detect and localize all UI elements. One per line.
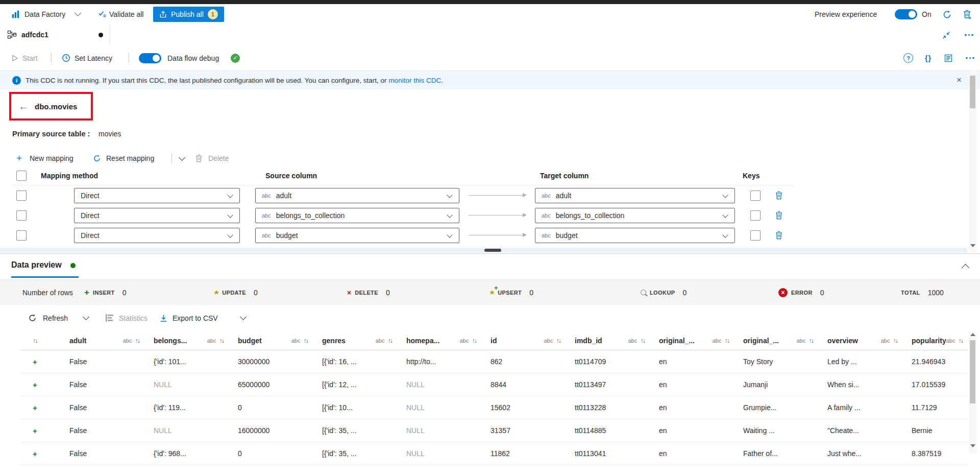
column-header[interactable]: belongs... abc ↑↓	[145, 331, 230, 350]
row-select-checkbox[interactable]	[16, 230, 27, 241]
preview-scrollbar-up-icon[interactable]	[970, 333, 975, 336]
keys-checkbox[interactable]	[750, 191, 761, 201]
reset-mapping-button[interactable]: Reset mapping	[106, 151, 154, 166]
source-column-select[interactable]: abcbelongs_to_collection	[255, 208, 459, 223]
table-cell: False	[61, 380, 145, 389]
mapping-method-select[interactable]: Direct	[74, 208, 240, 223]
code-view-icon[interactable]: {}	[925, 45, 932, 70]
sort-icon[interactable]: ↑↓	[219, 337, 224, 344]
preview-scrollbar-down-icon[interactable]	[970, 444, 975, 447]
set-latency-button[interactable]: Set Latency	[75, 45, 112, 70]
target-column-select[interactable]: abcbelongs_to_collection	[535, 208, 735, 223]
export-csv-button[interactable]: Export to CSV	[173, 305, 218, 331]
delete-mapping-button[interactable]: Delete	[208, 151, 229, 166]
column-header[interactable]: original_... abc ↑↓	[735, 331, 819, 350]
column-header[interactable]: genres abc ↑↓	[314, 331, 398, 350]
column-header[interactable]: popularity abc ↑↓	[903, 331, 968, 350]
column-type-label: abc	[544, 338, 553, 344]
sort-icon[interactable]: ↑↓	[388, 337, 393, 344]
sort-icon[interactable]: ↑↓	[893, 337, 898, 344]
command-bar: Data Factory Validate all Publish all 1 …	[0, 4, 980, 25]
help-icon[interactable]: ?	[903, 45, 913, 70]
upper-scrollbar-thumb[interactable]	[970, 76, 975, 108]
column-header[interactable]: imdb_id abc ↑↓	[567, 331, 651, 350]
monitor-cdc-link[interactable]: monitor this CDC	[388, 77, 441, 84]
expand-row-icon[interactable]: +	[20, 380, 61, 389]
refresh-options-chevron-icon[interactable]	[84, 304, 88, 330]
collapse-pane-icon[interactable]	[942, 25, 950, 45]
expand-row-icon[interactable]: +	[20, 426, 61, 435]
horizontal-scrollbar-thumb[interactable]	[484, 249, 501, 252]
preview-scrollbar-thumb[interactable]	[970, 340, 975, 403]
delete-row-icon[interactable]	[775, 191, 783, 200]
discard-all-icon[interactable]	[963, 4, 971, 25]
sort-icon[interactable]: ↑↓	[472, 337, 477, 344]
sort-icon[interactable]: ↑↓	[556, 337, 561, 344]
export-csv-icon	[160, 305, 167, 331]
mapping-arrow-icon	[469, 235, 526, 235]
primary-source-value: movies	[99, 130, 121, 138]
column-header[interactable]: budget abc ↑↓	[230, 331, 314, 350]
refresh-icon[interactable]	[942, 4, 952, 25]
tab-more-options-icon[interactable]	[965, 25, 973, 45]
upper-scrollbar-down-icon[interactable]	[970, 244, 975, 247]
validate-all-button[interactable]: Validate all	[109, 4, 143, 25]
column-type-label: abc	[291, 338, 301, 344]
delete-row-icon[interactable]	[775, 211, 783, 220]
collapse-preview-chevron-icon[interactable]	[962, 264, 970, 272]
refresh-preview-button[interactable]: Refresh	[43, 305, 68, 331]
column-header[interactable]: homepa... abc ↑↓	[398, 331, 482, 350]
properties-icon[interactable]	[944, 45, 952, 70]
column-header[interactable]: overview abc ↑↓	[819, 331, 903, 350]
data-factory-logo-icon	[11, 4, 20, 25]
sort-icon[interactable]: ↑↓	[304, 337, 308, 344]
statistics-button[interactable]: Statistics	[119, 305, 148, 331]
expander-column-header[interactable]: ↑↓	[20, 331, 61, 350]
banner-close-icon[interactable]: ×	[957, 75, 962, 85]
table-cell: {'id': 101...	[145, 358, 230, 366]
source-column-select[interactable]: abcadult	[255, 188, 459, 203]
sort-icon[interactable]: ↑↓	[135, 337, 140, 344]
table-cell: [{'id': 35, ...	[314, 449, 398, 458]
back-arrow-icon[interactable]: ←	[18, 101, 29, 112]
new-mapping-button[interactable]: New mapping	[30, 151, 74, 166]
expand-row-icon[interactable]: +	[20, 403, 61, 412]
export-options-chevron-icon[interactable]	[241, 304, 246, 330]
target-column-select[interactable]: abcadult	[535, 188, 735, 203]
preview-table: ↑↓ adult abc ↑↓ belongs... abc ↑↓ budget…	[20, 331, 968, 465]
expand-row-icon[interactable]: +	[20, 449, 61, 458]
source-column-select[interactable]: abcbudget	[255, 228, 459, 243]
publish-all-button[interactable]: Publish all 1	[153, 7, 224, 22]
sort-icon[interactable]: ↑↓	[641, 337, 645, 344]
column-header[interactable]: adult abc ↑↓	[61, 331, 145, 350]
delete-row-icon[interactable]	[775, 231, 783, 240]
column-type-label: abc	[881, 338, 890, 344]
sort-icon[interactable]: ↑↓	[33, 337, 37, 344]
mapping-method-select[interactable]: Direct	[74, 188, 240, 203]
sort-icon[interactable]: ↑↓	[958, 337, 963, 344]
column-header[interactable]: original_... abc ↑↓	[651, 331, 735, 350]
column-header[interactable]: id abc ↑↓	[482, 331, 567, 350]
expand-row-icon[interactable]: +	[20, 358, 61, 366]
select-all-checkbox[interactable]	[16, 171, 27, 181]
row-select-checkbox[interactable]	[16, 191, 27, 201]
target-column-select[interactable]: abcbudget	[535, 228, 735, 243]
keys-checkbox[interactable]	[750, 230, 761, 241]
preview-experience-toggle[interactable]	[895, 4, 917, 25]
table-cell: en	[651, 403, 735, 412]
row-select-checkbox[interactable]	[16, 210, 27, 221]
sort-icon[interactable]: ↑↓	[725, 337, 729, 344]
app-switcher-chevron-icon[interactable]	[76, 3, 80, 23]
start-button[interactable]: Start	[22, 45, 38, 70]
keys-checkbox[interactable]	[750, 210, 761, 221]
table-row: + FalseNULL65000000[{'id': 12, ...NULL88…	[20, 373, 968, 396]
sort-icon[interactable]: ↑↓	[809, 337, 814, 344]
data-preview-tab[interactable]: Data preview	[11, 260, 62, 270]
tab-adfcdc1[interactable]: adfcdc1	[0, 25, 110, 45]
mapping-actions-chevron-icon[interactable]	[180, 150, 184, 165]
data-flow-debug-toggle[interactable]	[139, 45, 161, 70]
toolbar-more-options-icon[interactable]	[966, 45, 974, 70]
mapping-method-select[interactable]: Direct	[74, 228, 240, 243]
grid-header-divider	[12, 185, 793, 185]
table-cell: http://to...	[398, 358, 482, 366]
